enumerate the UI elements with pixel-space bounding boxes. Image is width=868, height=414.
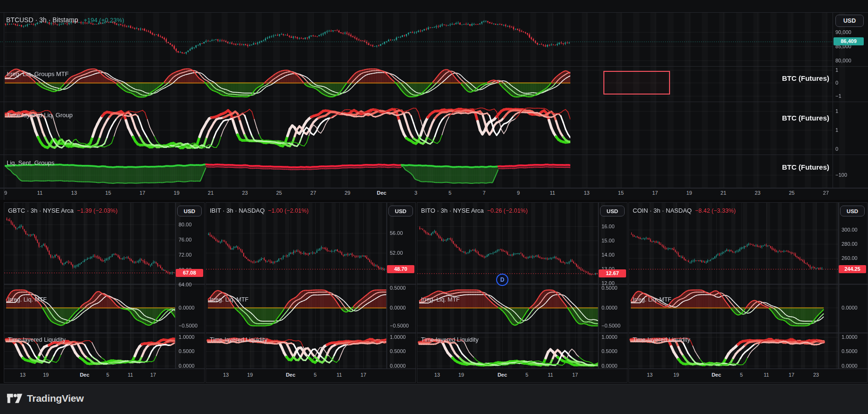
mini-pane-label-1[interactable]: Irreg. Liq. MTF — [421, 296, 460, 303]
mini-chart-legend[interactable]: BITO · 3h · NYSE Arca−0.26 (−2.01%) — [421, 206, 528, 215]
time-axis-label: 27 — [310, 190, 316, 196]
main-chart-canvas[interactable] — [0, 13, 868, 188]
mini-symbol-title[interactable]: COIN · 3h · NASDAQ — [633, 207, 692, 214]
time-axis-label: 23 — [755, 190, 760, 196]
mini-last-price-badge: 12.67 — [599, 269, 626, 277]
time-axis-label: 17 — [652, 190, 658, 196]
time-axis-label: 25 — [789, 190, 794, 196]
mini-indicator-axis-label: 0.0000 — [179, 362, 195, 369]
mini-pane-label-1[interactable]: Irreg. Liq. MTF — [210, 296, 249, 303]
main-symbol-title[interactable]: BTCUSD · 3h · Bitstamp — [6, 16, 78, 24]
mini-pane-label-2[interactable]: Time-layered Liquidity — [8, 336, 66, 343]
mini-pane-label-2[interactable]: Time-layered Liquidity — [633, 336, 690, 343]
main-chart-legend[interactable]: BTCUSD · 3h · Bitstamp +194 (+0.23%) — [6, 16, 124, 24]
mini-time-axis-label: 5 — [525, 371, 528, 378]
mini-chart-legend[interactable]: IBIT · 3h · NASDAQ−1.00 (−2.01%) — [210, 206, 309, 215]
mini-price-axis-label: 72.00 — [179, 251, 192, 258]
footer-bar: TradingView — [0, 384, 868, 414]
mini-time-axis-label: 19 — [43, 371, 49, 378]
mini-chart-canvas[interactable] — [417, 203, 628, 369]
mini-indicator-axis-label: 1.0000 — [179, 334, 195, 340]
time-axis-label: 5 — [448, 190, 451, 196]
mini-time-axis-label: 17 — [572, 371, 578, 378]
indicator-axis-label: 1 — [835, 108, 838, 114]
mini-chart-legend[interactable]: GBTC · 3h · NYSE Arca−1.39 (−2.03%) — [8, 206, 118, 215]
indicator-axis-label: 1 — [835, 67, 838, 73]
mini-time-axis-label: 13 — [434, 371, 440, 378]
main-last-price-badge: 86,409 — [834, 37, 864, 45]
mini-currency-button[interactable]: USD — [600, 206, 625, 216]
mini-symbol-title[interactable]: GBTC · 3h · NYSE Arca — [8, 207, 74, 214]
time-axis-label: 9 — [4, 190, 7, 196]
mini-chart-canvas[interactable] — [4, 203, 205, 369]
time-axis-label: Dec — [377, 190, 387, 196]
main-currency-button[interactable]: USD — [835, 15, 864, 27]
mini-pane-label-1[interactable]: Irreg. Liq. MTF — [633, 296, 671, 303]
mini-price-axis-label: 64.00 — [179, 281, 192, 288]
mini-currency-button[interactable]: USD — [388, 206, 413, 216]
mini-indicator-axis-label: 0.0000 — [390, 304, 406, 311]
mini-chart-canvas[interactable] — [206, 203, 416, 369]
indicator-axis-label: 1 — [835, 127, 838, 133]
dividend-marker[interactable]: D — [496, 274, 508, 286]
indicator-axis-label: 0 — [835, 146, 838, 152]
mini-time-axis-label: 11 — [128, 371, 133, 378]
pane-label-2[interactable]: Time-layered Liq. Group — [7, 112, 73, 119]
tradingview-logo-text: TradingView — [27, 393, 84, 404]
mini-price-axis-label: 300.00 — [842, 226, 858, 233]
mini-price-axis-label: 260.00 — [842, 255, 858, 261]
mini-price-axis-label: 76.00 — [179, 236, 192, 243]
mini-indicator-axis-label: 0.5000 — [842, 348, 858, 354]
price-axis-label: 90,000 — [835, 29, 851, 35]
mini-symbol-title[interactable]: BITO · 3h · NYSE Arca — [421, 207, 484, 214]
mini-indicator-axis-label: 0.0000 — [842, 362, 858, 369]
highlight-box-annotation[interactable] — [603, 71, 670, 95]
time-axis-label: 7 — [483, 190, 486, 196]
mini-time-axis-label: 5 — [740, 371, 743, 378]
mini-currency-button[interactable]: USD — [840, 206, 865, 216]
mini-symbol-title[interactable]: IBIT · 3h · NASDAQ — [210, 207, 265, 214]
mini-chart-legend[interactable]: COIN · 3h · NASDAQ−8.42 (−3.33%) — [633, 206, 736, 215]
mini-currency-button[interactable]: USD — [177, 206, 202, 216]
mini-indicator-axis-label: 1.0000 — [842, 334, 858, 340]
mini-time-axis-label: 17 — [789, 371, 794, 378]
mini-price-axis-label: 80.00 — [179, 221, 192, 228]
mini-chart-coin: COIN · 3h · NASDAQ−8.42 (−3.33%)USD300.0… — [628, 202, 868, 383]
mini-chart-gbtc: GBTC · 3h · NYSE Arca−1.39 (−2.03%)USD80… — [4, 202, 205, 383]
pane-label-3[interactable]: Liq. Sent. Groups — [7, 159, 54, 166]
mini-last-price-badge: 244.25 — [839, 265, 866, 273]
mini-price-axis-label: 16.00 — [602, 223, 615, 230]
mini-indicator-axis-label: 0.5000 — [602, 348, 618, 354]
pane-label-1[interactable]: Irreg. Liq. Groups MTF — [7, 70, 69, 78]
mini-chart-canvas[interactable] — [629, 203, 868, 369]
time-axis-label: 15 — [618, 190, 624, 196]
mini-price-axis-label: 56.00 — [390, 230, 403, 236]
mini-time-axis-label: 11 — [548, 371, 553, 378]
mini-indicator-axis-label: 1.0000 — [390, 334, 406, 340]
mini-time-axis-label: 11 — [764, 371, 769, 378]
tradingview-logo[interactable]: TradingView — [7, 392, 84, 404]
pane-right-label-3: BTC (Futures) — [782, 163, 829, 171]
mini-pane-label-2[interactable]: Time-layered Liquidity — [421, 336, 479, 343]
indicator-axis-label: −100 — [835, 172, 847, 178]
mini-chart-bito: BITO · 3h · NYSE Arca−0.26 (−2.01%)USD16… — [417, 202, 627, 383]
mini-price-axis-label: 15.00 — [602, 237, 615, 244]
mini-pane-label-1[interactable]: Irreg. Liq. MTF — [8, 296, 47, 303]
mini-indicator-axis-label: −0.5000 — [179, 322, 198, 329]
mini-indicator-axis-label: 0.5000 — [390, 285, 406, 291]
main-symbol-change: +194 (+0.23%) — [84, 17, 124, 24]
time-axis-label: 21 — [721, 190, 726, 196]
mini-time-axis-label: Dec — [80, 371, 89, 378]
mini-indicator-axis-label: 0.0000 — [602, 304, 618, 311]
mini-time-axis-label: Dec — [712, 371, 721, 378]
mini-pane-label-2[interactable]: Time-layered Liquidity — [210, 336, 267, 343]
mini-time-axis-label: 5 — [106, 371, 109, 378]
mini-indicator-axis-label: −0.5000 — [602, 322, 620, 329]
main-chart-btcusd: BTCUSD · 3h · Bitstamp +194 (+0.23%) USD… — [0, 0, 868, 200]
time-axis-label: 29 — [344, 190, 350, 196]
time-axis-label: 19 — [686, 190, 692, 196]
mini-time-axis-label: 19 — [673, 371, 679, 378]
time-axis-label: 9 — [517, 190, 520, 196]
mini-symbol-change: −1.39 (−2.03%) — [77, 207, 118, 214]
mini-price-axis-label: 14.00 — [602, 251, 615, 258]
